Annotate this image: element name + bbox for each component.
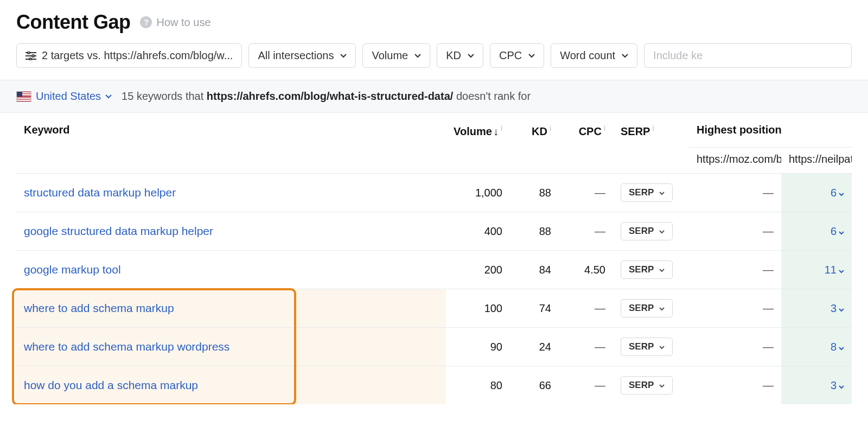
- competitor-a-position: —: [689, 251, 781, 289]
- table-row: google markup tool200844.50SERP —11: [16, 251, 852, 289]
- competitor-b-position[interactable]: 11: [781, 251, 852, 289]
- caret-down-icon: [659, 264, 665, 275]
- kd-filter[interactable]: KD: [437, 43, 483, 68]
- volume-value: 100: [446, 289, 510, 328]
- competitor-b-position[interactable]: 6: [781, 212, 852, 251]
- caret-down-icon: [839, 225, 844, 238]
- how-to-use-link[interactable]: ? How to use: [140, 16, 210, 29]
- competitor-a-position: —: [689, 174, 781, 212]
- caret-down-icon: [528, 54, 535, 58]
- volume-filter-label: Volume: [372, 49, 408, 62]
- caret-down-icon: [839, 379, 844, 392]
- question-icon: ?: [140, 16, 152, 28]
- kd-value: 84: [510, 251, 559, 289]
- keyword-link[interactable]: how do you add a schema markup: [24, 379, 198, 391]
- intersections-label: All intersections: [258, 49, 334, 62]
- keyword-link[interactable]: where to add schema markup: [24, 302, 174, 314]
- caret-down-icon: [468, 54, 474, 58]
- competitor-b-position[interactable]: 3: [781, 289, 852, 328]
- keywords-table: Keyword Volume↓i KDi CPCi SERPi Highest …: [16, 113, 852, 404]
- intersections-filter[interactable]: All intersections: [248, 43, 356, 68]
- caret-down-icon: [105, 94, 112, 99]
- summary-text: 15 keywords that https://ahrefs.com/blog…: [122, 90, 531, 103]
- caret-down-icon: [659, 226, 665, 237]
- serp-button[interactable]: SERP: [621, 338, 673, 356]
- caret-down-icon: [414, 54, 421, 58]
- caret-down-icon: [659, 380, 665, 391]
- caret-down-icon: [839, 341, 844, 353]
- caret-down-icon: [340, 54, 347, 58]
- caret-down-icon: [659, 303, 665, 314]
- targets-filter[interactable]: 2 targets vs. https://ahrefs.com/blog/w.…: [16, 43, 242, 68]
- competitor-a-header[interactable]: https://moz.com/blo: [689, 148, 781, 174]
- table-row: structured data markup helper1,00088—SER…: [16, 174, 852, 212]
- table-row: how do you add a schema markup8066—SERP …: [16, 366, 852, 405]
- cpc-value: —: [559, 366, 613, 405]
- col-keyword[interactable]: Keyword: [16, 113, 446, 148]
- col-highest-position: Highest position: [689, 113, 852, 148]
- kd-value: 74: [510, 289, 559, 328]
- caret-down-icon: [839, 187, 844, 199]
- competitor-a-position: —: [689, 289, 781, 328]
- keyword-link[interactable]: google structured data markup helper: [24, 225, 213, 237]
- caret-down-icon: [659, 341, 665, 352]
- page-title: Content Gap: [16, 11, 130, 34]
- competitor-a-position: —: [689, 212, 781, 251]
- info-icon[interactable]: i: [652, 124, 654, 132]
- serp-button[interactable]: SERP: [621, 183, 673, 202]
- cpc-filter-label: CPC: [499, 49, 522, 62]
- keyword-link[interactable]: structured data markup helper: [24, 186, 176, 199]
- summary-bar: United States 15 keywords that https://a…: [0, 80, 868, 113]
- serp-button[interactable]: SERP: [621, 299, 673, 317]
- serp-button[interactable]: SERP: [621, 260, 673, 279]
- cpc-value: —: [559, 289, 613, 328]
- country-selector[interactable]: United States: [16, 90, 112, 103]
- col-volume[interactable]: Volume↓i: [446, 113, 510, 148]
- info-icon[interactable]: i: [550, 124, 551, 132]
- competitor-a-position: —: [689, 328, 781, 366]
- caret-down-icon: [622, 54, 628, 58]
- sort-desc-icon: ↓: [493, 125, 499, 137]
- table-row: where to add schema markup10074—SERP —3: [16, 289, 852, 328]
- kd-value: 24: [510, 328, 559, 366]
- svg-point-5: [29, 58, 31, 60]
- competitor-b-position[interactable]: 8: [781, 328, 852, 366]
- volume-value: 80: [446, 366, 510, 405]
- keyword-link[interactable]: google markup tool: [24, 263, 121, 276]
- serp-button[interactable]: SERP: [621, 376, 673, 395]
- volume-filter[interactable]: Volume: [362, 43, 430, 68]
- kd-value: 88: [510, 174, 559, 212]
- table-row: where to add schema markup wordpress9024…: [16, 328, 852, 366]
- competitor-b-position[interactable]: 6: [781, 174, 852, 212]
- cpc-value: 4.50: [559, 251, 613, 289]
- info-icon[interactable]: i: [501, 124, 502, 132]
- kd-value: 88: [510, 212, 559, 251]
- include-placeholder: Include ke: [653, 49, 703, 62]
- targets-filter-label: 2 targets vs. https://ahrefs.com/blog/w.…: [42, 49, 233, 62]
- info-icon[interactable]: i: [604, 124, 605, 132]
- competitor-a-position: —: [689, 366, 781, 405]
- svg-point-4: [32, 55, 34, 57]
- col-cpc[interactable]: CPCi: [559, 113, 613, 148]
- country-label: United States: [36, 90, 101, 103]
- keyword-link[interactable]: where to add schema markup wordpress: [24, 340, 229, 353]
- competitor-b-header[interactable]: https://neilpat: [781, 148, 852, 174]
- serp-button[interactable]: SERP: [621, 222, 673, 240]
- col-serp[interactable]: SERPi: [613, 113, 689, 148]
- cpc-value: —: [559, 212, 613, 251]
- competitor-b-position[interactable]: 3: [781, 366, 852, 405]
- include-keywords-input[interactable]: Include ke: [644, 43, 852, 68]
- cpc-value: —: [559, 174, 613, 212]
- col-kd[interactable]: KDi: [510, 113, 559, 148]
- word-count-filter[interactable]: Word count: [551, 43, 637, 68]
- kd-filter-label: KD: [446, 49, 461, 62]
- caret-down-icon: [839, 264, 844, 276]
- svg-point-3: [28, 52, 30, 54]
- caret-down-icon: [839, 302, 844, 315]
- how-to-use-label: How to use: [156, 16, 210, 29]
- volume-value: 400: [446, 212, 510, 251]
- cpc-filter[interactable]: CPC: [490, 43, 544, 68]
- flag-icon-us: [16, 91, 31, 102]
- volume-value: 200: [446, 251, 510, 289]
- word-count-filter-label: Word count: [560, 49, 615, 62]
